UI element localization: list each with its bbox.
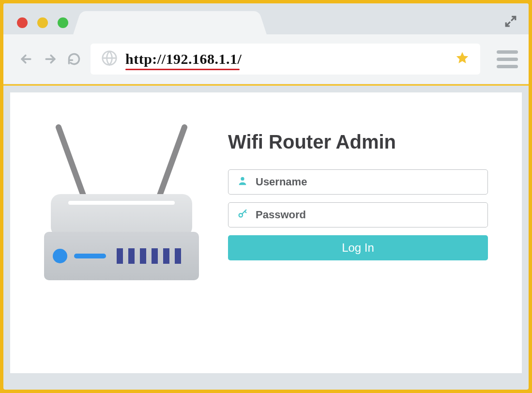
menu-icon[interactable] [497, 50, 518, 68]
minimize-window-button[interactable] [37, 17, 48, 28]
browser-toolbar: http://192.168.1.1/ [3, 34, 529, 84]
tab-strip [3, 3, 529, 34]
svg-point-1 [241, 177, 244, 181]
forward-icon[interactable] [43, 52, 58, 66]
router-led-bar [74, 254, 106, 258]
stage: http://192.168.1.1/ [0, 0, 532, 393]
password-field[interactable]: Password [228, 202, 488, 227]
router-base [44, 232, 199, 280]
window-controls [17, 17, 68, 28]
reload-icon[interactable] [67, 52, 81, 66]
globe-icon [101, 50, 118, 68]
username-field[interactable]: Username [228, 169, 488, 195]
bookmark-star-icon[interactable] [455, 51, 470, 67]
router-antenna [154, 123, 188, 203]
address-bar[interactable]: http://192.168.1.1/ [91, 44, 480, 75]
key-icon [237, 209, 248, 221]
browser-tab[interactable] [82, 11, 258, 34]
close-window-button[interactable] [17, 17, 28, 28]
router-body [51, 194, 192, 237]
router-ports [117, 248, 181, 264]
maximize-window-button[interactable] [58, 17, 68, 28]
browser-window: http://192.168.1.1/ [3, 3, 529, 390]
viewport: Wifi Router Admin Username Password L [3, 84, 529, 380]
user-icon [237, 176, 248, 188]
login-form: Wifi Router Admin Username Password L [228, 126, 488, 260]
page-title: Wifi Router Admin [228, 131, 488, 153]
fullscreen-icon[interactable] [504, 15, 517, 30]
router-led [53, 249, 67, 263]
router-login-page: Wifi Router Admin Username Password L [10, 92, 522, 373]
url-box: http://192.168.1.1/ [125, 51, 242, 67]
back-icon[interactable] [19, 52, 33, 66]
password-placeholder: Password [256, 209, 306, 221]
login-button[interactable]: Log In [228, 235, 488, 260]
url-text: http://192.168.1.1/ [125, 51, 242, 67]
username-placeholder: Username [256, 176, 307, 188]
router-illustration [44, 126, 199, 281]
router-antenna [55, 123, 88, 203]
url-underline [125, 69, 240, 70]
